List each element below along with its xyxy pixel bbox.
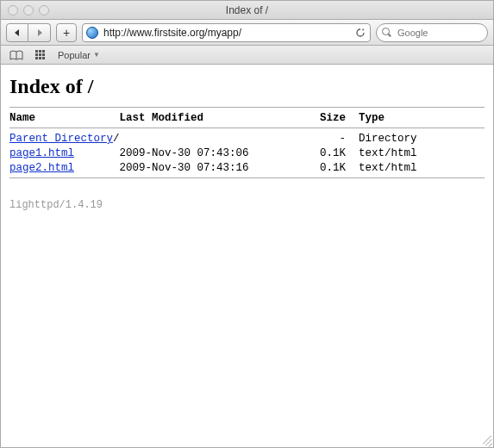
divider (9, 107, 485, 108)
reload-icon (355, 28, 366, 38)
search-input[interactable] (396, 27, 494, 39)
back-button[interactable] (6, 23, 28, 42)
url-input[interactable] (102, 26, 351, 40)
divider (9, 177, 485, 178)
nav-buttons (6, 23, 51, 42)
page-title: Index of / (9, 75, 485, 98)
divider (9, 128, 485, 128)
minimize-icon[interactable] (23, 5, 34, 16)
link-page1-html[interactable]: page1.html (9, 147, 74, 159)
forward-icon (35, 28, 44, 37)
top-sites-icon[interactable] (35, 50, 46, 60)
chevron-down-icon: ▼ (93, 51, 100, 59)
traffic-lights (8, 5, 49, 16)
popular-menu[interactable]: Popular ▼ (58, 50, 100, 60)
toolbar: + (1, 20, 493, 46)
listing-header: Name Last Modified Size Type (9, 111, 485, 126)
server-info: lighttpd/1.4.19 (1, 199, 493, 211)
window-title: Index of / (1, 4, 493, 16)
listing-row: Parent Directory/ - Directory (9, 132, 485, 146)
resize-handle[interactable] (479, 433, 491, 445)
close-icon[interactable] (8, 5, 18, 16)
listing-row: page1.html 2009-Nov-30 07:43:06 0.1K tex… (9, 146, 485, 161)
search-bar[interactable] (376, 23, 488, 42)
forward-button[interactable] (28, 23, 51, 42)
link-parent-directory[interactable]: Parent Directory (9, 133, 113, 145)
site-icon (86, 27, 98, 39)
search-icon (382, 28, 392, 38)
address-bar[interactable] (82, 23, 371, 42)
bookmarks-bar: Popular ▼ (1, 46, 493, 65)
page-content: Index of / Name Last Modified Size Type … (1, 65, 493, 189)
back-icon (13, 28, 22, 37)
add-bookmark-button[interactable]: + (56, 23, 77, 42)
link-page2-html[interactable]: page2.html (9, 162, 74, 174)
reload-button[interactable] (354, 27, 366, 39)
titlebar[interactable]: Index of / (1, 1, 493, 20)
browser-window: Index of / + Popular ▼ (0, 0, 494, 448)
book-icon[interactable] (9, 50, 23, 60)
directory-listing: Name Last Modified Size Type Parent Dire… (9, 107, 485, 178)
zoom-icon[interactable] (39, 5, 49, 16)
listing-row: page2.html 2009-Nov-30 07:43:16 0.1K tex… (9, 161, 485, 176)
popular-label: Popular (58, 50, 91, 60)
